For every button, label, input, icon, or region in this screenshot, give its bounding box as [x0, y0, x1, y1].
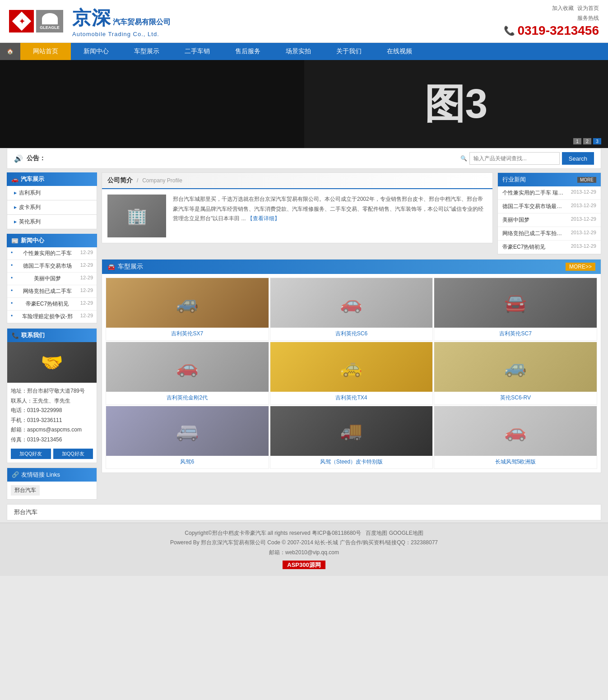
search-button[interactable]: Search	[562, 152, 594, 165]
car-img-5: 🚙	[434, 342, 597, 392]
industry-news-item-1[interactable]: 德国二手车交易市场最不受欢迎 2013-12-29	[498, 200, 601, 213]
slide-text: 图3	[424, 77, 487, 132]
car-item-2[interactable]: 🚘 吉利英伦SC7	[434, 278, 597, 341]
car-item-8[interactable]: 🚗 长城风驾5欧洲版	[434, 406, 597, 469]
car-item-0[interactable]: 🚙 吉利英伦SX7	[106, 278, 269, 341]
sidebar-news-item-0[interactable]: • 个性兼实用的二手车 12-29	[7, 247, 97, 260]
car-img-1: 🚗	[270, 278, 433, 328]
contact-title: 📞 联系我们	[7, 329, 97, 342]
nav-item-about[interactable]: 关于我们	[324, 43, 374, 60]
slide-dot-2[interactable]: 2	[583, 138, 591, 144]
industry-news-box: 行业新闻 MORE 个性兼实用的二手车 瑞麒M5 2013-12-29 德国二手…	[497, 172, 601, 255]
contact-info: 地址：邢台市郝守敬大道789号 联系人：王先生、李先生 电话：0319-3229…	[7, 383, 97, 449]
car-name-3[interactable]: 吉利英伦金刚2代	[106, 394, 269, 402]
car-item-6[interactable]: 🚐 风驾6	[106, 406, 269, 469]
sidebar-car-item-0-label: 吉利系列	[19, 189, 41, 197]
phone-section: 📞 0319-3213456	[504, 23, 599, 38]
car-name-5[interactable]: 英伦SC6-RV	[434, 394, 597, 402]
car-name-4[interactable]: 吉利英伦TX4	[270, 394, 433, 402]
sidebar-news-item-2-date: 12-29	[80, 275, 93, 283]
nav-item-cars[interactable]: 车型展示	[121, 43, 172, 60]
footer-link-item[interactable]: 邢台汽车	[14, 509, 37, 515]
contact-fax: 传真：0319-3213456	[11, 435, 93, 445]
sidebar-car-item-1[interactable]: 皮卡系列	[7, 200, 97, 215]
company-more-link[interactable]: 【查看详细】	[247, 215, 280, 222]
footer-email: 邮箱：web2010@vip.qq.com	[5, 548, 603, 558]
contact-qq-btn-1[interactable]: 加QQ好友	[53, 449, 93, 459]
nav-item-service[interactable]: 售后服务	[223, 43, 273, 60]
industry-news-item-3-title: 网络竞拍已成二手车拍卖主流	[502, 230, 567, 237]
nav-home[interactable]: 🏠	[0, 43, 20, 60]
car-item-4[interactable]: 🚕 吉利英伦TX4	[270, 342, 433, 405]
navigation: 🏠 网站首页 新闻中心 车型展示 二手车销 售后服务 场景实拍 关于我们 在线视…	[0, 43, 608, 60]
slide-dot-1[interactable]: 1	[573, 138, 581, 144]
sidebar-car-item-0[interactable]: 吉利系列	[7, 186, 97, 200]
car-img-4: 🚕	[270, 342, 433, 392]
industry-news-item-4-title: 帝豪EC7热销初见	[502, 243, 567, 251]
nav-item-used[interactable]: 二手车销	[172, 43, 223, 60]
sidebar-news-item-2[interactable]: • 美丽中国梦 12-29	[7, 273, 97, 285]
car-name-1[interactable]: 吉利英伦SC6	[270, 330, 433, 338]
bookmark-link[interactable]: 加入收藏	[552, 5, 574, 11]
sidebar-news-item-2-title: 美丽中国梦	[34, 275, 61, 283]
company-name-cn: 京深	[72, 5, 111, 31]
car-item-3[interactable]: 🚗 吉利英伦金刚2代	[106, 342, 269, 405]
asp300-badge: ASP300源网	[283, 561, 325, 569]
nav-item-scene[interactable]: 场景实拍	[273, 43, 324, 60]
car-name-0[interactable]: 吉利英伦SX7	[106, 330, 269, 338]
slide-dot-3[interactable]: 3	[593, 138, 601, 144]
industry-news-more[interactable]: MORE	[577, 177, 596, 183]
phone-icon: 📞	[504, 25, 515, 36]
sidebar-news-list: • 个性兼实用的二手车 12-29 • 德国二手车交易市场 12-29 • 美丽…	[7, 247, 97, 324]
search-area: 🔍 Search	[460, 152, 594, 165]
search-input[interactable]	[469, 152, 560, 165]
contact-qq-btn-0[interactable]: 加QQ好友	[11, 449, 51, 459]
sidebar-news-item-3[interactable]: • 网络竞拍已成二手车 12-29	[7, 285, 97, 298]
car-item-1[interactable]: 🚗 吉利英伦SC6	[270, 278, 433, 341]
car-item-5[interactable]: 🚙 英伦SC6-RV	[434, 342, 597, 405]
contact-title-text: 联系我们	[21, 331, 45, 339]
nav-item-news[interactable]: 新闻中心	[71, 43, 121, 60]
slide-right: 图3	[304, 60, 608, 148]
car-name-8[interactable]: 长城风驾5欧洲版	[434, 458, 597, 466]
nav-item-home[interactable]: 网站首页	[20, 43, 71, 60]
header-top-links[interactable]: 加入收藏 设为首页	[504, 5, 599, 12]
sidebar-news-item-4-title: 帝豪EC7热销初见	[26, 300, 69, 308]
industry-news-item-4[interactable]: 帝豪EC7热销初见 2013-12-29	[498, 241, 601, 254]
industry-news-item-0[interactable]: 个性兼实用的二手车 瑞麒M5 2013-12-29	[498, 186, 601, 200]
footer-links-section: 邢台汽车	[7, 504, 601, 520]
sidebar-news-item-1[interactable]: • 德国二手车交易市场 12-29	[7, 260, 97, 273]
car-name-2[interactable]: 吉利英伦SC7	[434, 330, 597, 338]
industry-news-item-3-date: 2013-12-29	[571, 230, 596, 237]
car-placeholder-icon-2: 🚘	[504, 292, 527, 314]
search-icon: 🔍	[460, 155, 467, 162]
company-profile-content: 🏢 邢台汽车城那里买，千选万选就在邢台京深汽车贸易有限公司。本公司成立于2002…	[102, 189, 492, 243]
slide-dots: 1 2 3	[573, 138, 601, 144]
car-name-7[interactable]: 风驾（Steed）皮卡特别版	[270, 458, 433, 466]
footer-map-links[interactable]: 百度地图 GOOGLE地图	[366, 530, 423, 536]
homepage-link[interactable]: 设为首页	[577, 5, 599, 11]
sidebar-car-item-2[interactable]: 英伦系列	[7, 215, 97, 229]
car-name-6[interactable]: 风驾6	[106, 458, 269, 466]
company-profile-title-sep: /	[137, 177, 138, 184]
sidebar-news-item-5[interactable]: • 车险理赔定损争议-邢 12-29	[7, 311, 97, 323]
car-placeholder-icon-6: 🚐	[176, 421, 199, 442]
company-profile-box: 公司简介 / Company Profile 🏢 邢台汽车城那里买，千选万选就在…	[102, 172, 493, 243]
car-showcase: 🚘 车型展示 MORE>> 🚙 吉利英伦SX7 🚗 吉利英伦S	[102, 259, 601, 473]
footer: Copyright©邢台中档皮卡帝豪汽车 all rights reserved…	[0, 523, 608, 576]
industry-news-item-3[interactable]: 网络竞拍已成二手车拍卖主流 2013-12-29	[498, 227, 601, 241]
contact-buttons: 加QQ好友 加QQ好友	[7, 449, 97, 463]
car-img-3: 🚗	[106, 342, 269, 392]
showcase-more-btn[interactable]: MORE>>	[566, 263, 595, 271]
friend-link-0[interactable]: 邢台汽车	[11, 485, 40, 496]
car-img-2: 🚘	[434, 278, 597, 328]
main-wrapper: 🚗 汽车展示 吉利系列 皮卡系列 英伦系列 📰 新闻中心 • 个性兼实用的二手车…	[7, 172, 601, 500]
sidebar-car-title-text: 汽车展示	[21, 175, 44, 183]
showcase-title-text: 车型展示	[118, 263, 143, 271]
industry-news-item-2[interactable]: 美丽中国梦 2013-12-29	[498, 213, 601, 227]
header: ✦ GLEAGLE 京深 汽车贸易有限公司 Automobile Trading…	[0, 0, 608, 43]
contact-image: 🤝	[7, 342, 97, 383]
sidebar-news-item-4[interactable]: • 帝豪EC7热销初见 12-29	[7, 298, 97, 311]
nav-item-video[interactable]: 在线视频	[374, 43, 425, 60]
car-item-7[interactable]: 🚚 风驾（Steed）皮卡特别版	[270, 406, 433, 469]
